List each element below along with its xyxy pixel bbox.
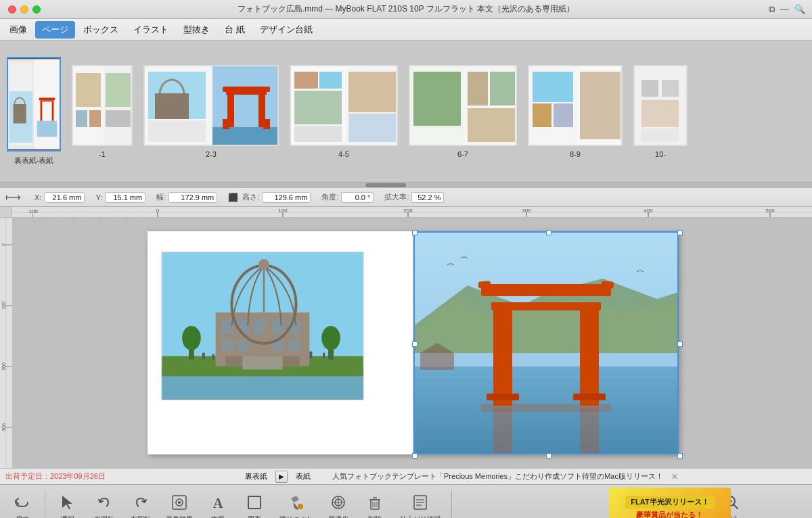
back-cover-label: 裏表紙 [245, 471, 267, 481]
select-button[interactable]: 選択 [51, 489, 85, 519]
text-button[interactable]: A 文字 [201, 489, 235, 519]
rotate-right-button[interactable]: 右回転 [124, 489, 158, 519]
menu-design-background[interactable]: デザイン台紙 [253, 21, 319, 39]
svg-rect-101 [221, 339, 233, 352]
shape-label: 図形 [248, 515, 261, 519]
svg-rect-98 [253, 319, 265, 334]
page-thumb-10[interactable] [633, 65, 687, 146]
titlebar: フォトブック広島.mmd — MyBook FLAT 210S 10P フルフラ… [0, 0, 812, 19]
rotate-right-label: 右回転 [131, 515, 151, 519]
svg-rect-43 [413, 72, 461, 126]
menu-cutout[interactable]: 型抜き [177, 21, 217, 39]
left-page-photo[interactable] [161, 252, 364, 400]
svg-rect-55 [662, 80, 679, 97]
page-thumb-67[interactable] [409, 65, 517, 146]
menu-background[interactable]: 台 紙 [218, 21, 252, 39]
minimize-icon[interactable]: — [780, 4, 789, 14]
svg-rect-131 [602, 281, 614, 289]
page-thumb-1[interactable] [72, 65, 133, 146]
page-thumb-23[interactable] [143, 65, 279, 146]
ruler-v-svg: 0 100 200 300 [0, 218, 12, 468]
shape-icon [244, 492, 265, 513]
window-title: フォトブック広島.mmd — MyBook FLAT 210S 10P フルフラ… [238, 3, 574, 15]
thumb-container-cover: 裏表紙-表紙 [7, 57, 61, 166]
zoom-value[interactable]: 52.2 % [411, 192, 444, 203]
window-controls [8, 5, 41, 14]
h-value[interactable]: 129.6 mm [262, 192, 311, 203]
handle-ml[interactable] [412, 342, 418, 347]
shape-button[interactable]: 図形 [238, 489, 271, 519]
svg-rect-17 [106, 73, 131, 107]
thumb-container-23: 2-3 [143, 65, 279, 158]
paint-button[interactable]: 塗りつぶし [274, 489, 319, 519]
ad-close-icon[interactable]: ✕ [671, 472, 678, 481]
y-value[interactable]: 15.1 mm [105, 192, 145, 203]
prev-page-button[interactable]: ▶ [275, 471, 288, 483]
thumb-23-svg [145, 66, 279, 146]
image-effect-button[interactable]: 画像効果 [160, 489, 198, 519]
ruler-horizontal-track: -100 0 100 200 300 400 500 [12, 207, 812, 217]
finish-button[interactable]: 仕上がり確認 [394, 489, 446, 519]
svg-rect-49 [533, 72, 573, 102]
shipment-date: 出荷予定日：2023年09月26日 [5, 471, 106, 481]
thumb-10-svg [635, 66, 687, 146]
x-value[interactable]: 21.6 mm [44, 192, 85, 203]
svg-text:200: 200 [1, 362, 6, 371]
handle-mr[interactable] [677, 342, 683, 347]
menu-image[interactable]: 画像 [3, 21, 34, 39]
search-icon[interactable]: 🔍 [794, 4, 805, 14]
thumb-label-10: 10- [655, 150, 666, 158]
page-strip-scrollbar[interactable] [0, 183, 812, 188]
handle-tm[interactable] [546, 230, 551, 235]
menu-illustration[interactable]: イラスト [127, 21, 175, 39]
status-bar: 出荷予定日：2023年09月26日 裏表紙 ▶ 表紙 人気フォトブックテンプレー… [0, 468, 812, 484]
copy-icon[interactable]: ⧉ [769, 4, 775, 15]
svg-rect-108 [242, 356, 282, 370]
coord-y: Y: 15.1 mm [95, 192, 145, 203]
page-thumb-cover[interactable] [7, 57, 61, 151]
menu-box[interactable]: ボックス [76, 21, 125, 39]
handle-br[interactable] [677, 453, 683, 458]
svg-rect-124 [481, 284, 611, 296]
menu-page[interactable]: ページ [35, 21, 75, 39]
delete-button[interactable]: 削除 [358, 489, 392, 519]
handle-bm[interactable] [546, 453, 551, 458]
page-thumb-45[interactable] [290, 65, 398, 146]
w-value[interactable]: 172.9 mm [168, 192, 217, 203]
handle-tl[interactable] [412, 230, 418, 235]
divider-1 [45, 491, 45, 519]
maximize-button[interactable] [32, 5, 41, 14]
right-page[interactable] [413, 231, 679, 454]
svg-text:0: 0 [1, 243, 6, 246]
svg-rect-46 [468, 108, 515, 142]
handle-bl[interactable] [412, 453, 418, 458]
svg-rect-99 [272, 319, 284, 334]
handle-tr[interactable] [677, 230, 683, 235]
minimize-button[interactable] [20, 5, 28, 14]
svg-rect-18 [106, 110, 131, 127]
image-effect-icon [168, 492, 190, 513]
left-page[interactable] [148, 231, 413, 454]
optimize-button[interactable]: 最適化 [321, 489, 355, 519]
thumb-container-45: 4-5 [290, 65, 398, 158]
horizontal-ruler: -100 0 100 200 300 400 500 [0, 207, 812, 218]
rotate-left-icon [93, 492, 115, 513]
page-thumb-89[interactable] [528, 65, 623, 146]
thumb-label-89: 8-9 [570, 150, 581, 158]
svg-rect-109 [202, 353, 205, 360]
rotate-left-button[interactable]: 左回転 [87, 489, 121, 519]
right-page-photo[interactable] [413, 231, 679, 454]
page-strip: 裏表紙-表紙 -1 [0, 41, 812, 183]
undo-button[interactable]: 戻す [5, 489, 39, 519]
delete-label: 削除 [368, 515, 382, 519]
angle-value[interactable]: 0.0 ° [341, 192, 374, 203]
delete-icon [364, 492, 386, 513]
svg-rect-50 [533, 103, 551, 127]
image-effect-label: 画像効果 [166, 515, 193, 519]
svg-text:400: 400 [644, 208, 653, 214]
coord-width: 幅: 172.9 mm [156, 192, 217, 203]
svg-rect-6 [37, 121, 57, 137]
close-button[interactable] [8, 5, 16, 14]
svg-rect-110 [212, 354, 215, 360]
svg-rect-4 [41, 101, 43, 121]
